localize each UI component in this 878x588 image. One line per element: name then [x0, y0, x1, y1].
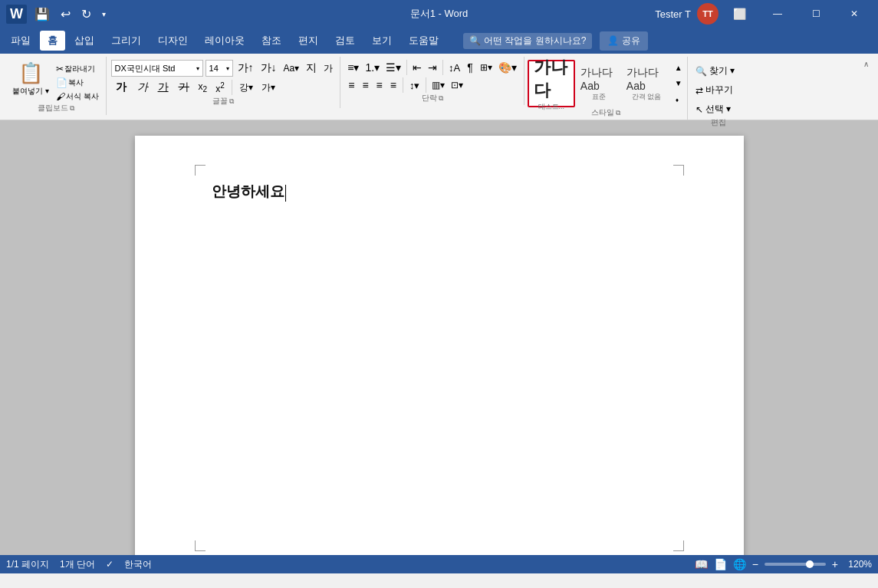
- menu-item-home[interactable]: 홈: [40, 31, 65, 51]
- zoom-slider[interactable]: [765, 563, 826, 566]
- align-center-button[interactable]: ≡: [359, 78, 371, 92]
- show-marks-button[interactable]: ¶: [464, 61, 476, 74]
- ribbon-collapse-button[interactable]: ∧: [860, 57, 872, 71]
- share-button[interactable]: 👤 공유: [600, 31, 648, 51]
- shading-button[interactable]: 🎨▾: [496, 61, 519, 74]
- bullets-button[interactable]: ≡▾: [345, 61, 361, 74]
- font-size-value: 14: [209, 64, 226, 73]
- font-name-selector[interactable]: DX국민시대 Std ▾: [111, 60, 203, 77]
- menu-item-file[interactable]: 파일: [3, 31, 38, 51]
- style-item-normal[interactable]: 가나다Aab 표준: [577, 60, 621, 107]
- zoom-in-button[interactable]: +: [832, 558, 838, 570]
- multilevel-list-button[interactable]: ☰▾: [383, 61, 403, 74]
- styles-group-label: 스타일 ⧉: [524, 107, 687, 118]
- styles-more[interactable]: ⬧: [673, 94, 684, 105]
- redo-icon[interactable]: ↻: [78, 4, 94, 25]
- line-spacing-button[interactable]: ↕▾: [406, 79, 423, 92]
- font-color-highlight[interactable]: 가: [321, 61, 335, 76]
- numbering-button[interactable]: 1.▾: [363, 61, 382, 74]
- paragraph-group: ≡▾ 1.▾ ☰▾ ⇤ ⇥ ↕A ¶ ⊞▾ 🎨▾ ≡ ≡ ≡ ≡ ↕▾ ▥: [340, 57, 524, 105]
- align-right-button[interactable]: ≡: [373, 78, 386, 92]
- superscript-button[interactable]: x2: [212, 80, 228, 95]
- para-border-button[interactable]: ⊡▾: [449, 79, 465, 91]
- bold-button[interactable]: 가: [111, 79, 131, 96]
- share-icon: 👤: [607, 35, 619, 46]
- font-group: DX국민시대 Std ▾ 14 ▾ 가↑ 가↓ Aa▾ 지 가 가 가 가 가 …: [107, 57, 341, 108]
- styles-scroll-up[interactable]: ▲: [673, 62, 684, 74]
- web-layout-icon[interactable]: 🌐: [733, 558, 746, 570]
- para-expand-icon[interactable]: ⧉: [439, 94, 443, 103]
- replace-button[interactable]: ⇄ 바꾸기: [692, 82, 745, 98]
- menu-item-references[interactable]: 참조: [254, 31, 289, 51]
- style-text-nospace: 가나다Aab: [626, 66, 666, 92]
- paste-button[interactable]: 📋 붙여넣기 ▾: [9, 60, 52, 98]
- title-bar: W 💾 ↩ ↻ ▾ 문서1 - Word Tester T TT ⬜ — ☐ ✕: [0, 0, 878, 28]
- font-color-button[interactable]: 가▾: [258, 80, 278, 95]
- style-sublabel-normal: 표준: [592, 92, 606, 102]
- ribbon-display-button[interactable]: ⬜: [722, 0, 757, 28]
- copy-button[interactable]: 📄 복사: [54, 77, 101, 89]
- style-item-test[interactable]: 가나다 테스트...: [528, 60, 575, 107]
- search-box[interactable]: 🔍 어떤 작업을 원하시나요?: [463, 33, 592, 49]
- document-area[interactable]: 안녕하세요: [0, 120, 878, 555]
- menu-item-design[interactable]: 디자인: [150, 31, 196, 51]
- menu-item-draw[interactable]: 그리기: [104, 31, 149, 51]
- format-painter-button[interactable]: 🖌 서식 복사: [54, 90, 101, 103]
- font-expand-icon[interactable]: ⧉: [229, 97, 234, 106]
- save-icon[interactable]: 💾: [31, 4, 53, 25]
- paste-icon: 📋: [18, 61, 43, 85]
- ribbon-content: 📋 붙여넣기 ▾ ✂ 잘라내기 📄 복사 🖌 서식 복사 클립보드 ⧉ DX국민…: [6, 57, 872, 120]
- select-label: 선택 ▾: [705, 103, 731, 116]
- style-item-nospace[interactable]: 가나다Aab 간격 없음: [623, 60, 670, 107]
- clipboard-expand-icon[interactable]: ⧉: [70, 104, 74, 113]
- read-mode-icon[interactable]: 📖: [695, 558, 708, 570]
- menu-item-insert[interactable]: 삽입: [67, 31, 102, 51]
- menu-item-layout[interactable]: 레이아웃: [197, 31, 252, 51]
- border-button[interactable]: ⊞▾: [478, 61, 495, 74]
- spell-check-icon[interactable]: ✓: [106, 559, 113, 570]
- menu-item-review[interactable]: 검토: [327, 31, 363, 51]
- style-sublabel-nospace: 간격 없음: [632, 92, 662, 102]
- decrease-indent-button[interactable]: ⇤: [410, 61, 424, 74]
- para-shading-button[interactable]: ▥▾: [429, 79, 447, 91]
- zoom-out-button[interactable]: −: [752, 558, 758, 570]
- cut-button[interactable]: ✂ 잘라내기: [54, 63, 101, 75]
- document-content[interactable]: 안녕하세요: [212, 182, 667, 488]
- maximize-button[interactable]: ☐: [798, 0, 834, 28]
- menu-item-help[interactable]: 도움말: [401, 31, 446, 51]
- avatar[interactable]: TT: [697, 3, 719, 25]
- find-button[interactable]: 🔍 찾기 ▾: [692, 63, 745, 79]
- decrease-font-button[interactable]: 가↓: [258, 61, 279, 76]
- zoom-thumb: [806, 560, 814, 568]
- align-left-button[interactable]: ≡: [345, 78, 357, 92]
- underline-button[interactable]: 가: [154, 80, 173, 95]
- strikethrough-button[interactable]: 가: [175, 80, 193, 95]
- clipboard-group-label: 클립보드 ⧉: [6, 103, 106, 113]
- sort-button[interactable]: ↕A: [446, 61, 462, 74]
- menu-item-view[interactable]: 보기: [364, 31, 400, 51]
- text-highlight-button[interactable]: 강▾: [236, 80, 256, 95]
- zoom-level[interactable]: 120%: [844, 559, 872, 570]
- language-indicator[interactable]: 한국어: [124, 558, 152, 571]
- change-case-button[interactable]: Aa▾: [281, 62, 302, 74]
- increase-font-button[interactable]: 가↑: [235, 61, 256, 76]
- print-layout-icon[interactable]: 📄: [714, 558, 727, 570]
- select-button[interactable]: ↖ 선택 ▾: [692, 101, 745, 117]
- italic-button[interactable]: 가: [133, 80, 152, 95]
- document-page[interactable]: 안녕하세요: [135, 136, 744, 555]
- menu-item-mailings[interactable]: 편지: [291, 31, 326, 51]
- increase-indent-button[interactable]: ⇥: [426, 61, 439, 74]
- close-button[interactable]: ✕: [837, 0, 872, 28]
- status-right: 📖 📄 🌐 − + 120%: [695, 558, 872, 570]
- quick-access-dropdown[interactable]: ▾: [99, 7, 109, 21]
- subscript-button[interactable]: x2: [196, 80, 211, 94]
- font-size-dropdown-icon: ▾: [226, 65, 229, 72]
- undo-icon[interactable]: ↩: [58, 4, 74, 25]
- font-size-selector[interactable]: 14 ▾: [206, 60, 233, 77]
- justify-button[interactable]: ≡: [387, 78, 400, 92]
- clear-format-button[interactable]: 지: [304, 61, 319, 76]
- user-name: Tester T: [655, 8, 691, 20]
- styles-scroll-down[interactable]: ▼: [673, 77, 684, 89]
- minimize-button[interactable]: —: [760, 0, 795, 28]
- styles-expand-icon[interactable]: ⧉: [616, 109, 620, 117]
